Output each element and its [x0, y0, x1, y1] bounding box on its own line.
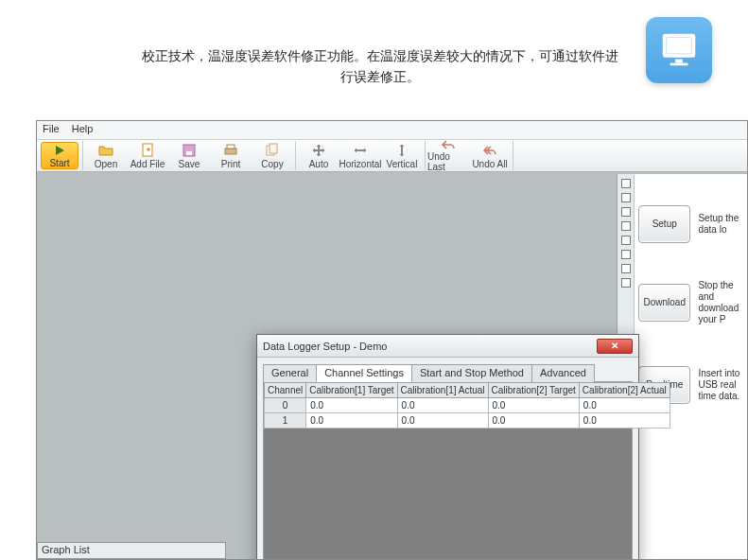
col-cal2-target[interactable]: Calibration[2] Target	[488, 383, 579, 398]
stripe-box[interactable]	[621, 221, 631, 231]
auto-button[interactable]: Auto	[298, 141, 339, 170]
open-button[interactable]: Open	[85, 141, 127, 170]
open-label: Open	[95, 159, 117, 169]
computer-icon	[646, 17, 712, 83]
tab-advanced[interactable]: Advanced	[531, 364, 595, 382]
col-cal1-actual[interactable]: Calibration[1] Actual	[397, 383, 488, 398]
copy-button[interactable]: Copy	[252, 141, 293, 170]
col-cal1-target[interactable]: Calibration[1] Target	[306, 383, 397, 398]
app-window: File Help Start Open Add File Save	[36, 120, 748, 560]
undoall-label: Undo All	[472, 159, 507, 169]
setup-desc: Setup the data lo	[698, 213, 747, 236]
horizontal-button[interactable]: Horizontal	[339, 141, 381, 170]
arrows-cross-icon	[311, 143, 326, 158]
col-cal2-actual[interactable]: Calibration[2] Actual	[579, 383, 670, 398]
save-label: Save	[179, 159, 200, 169]
close-icon: ✕	[611, 341, 618, 351]
stripe-box[interactable]	[621, 193, 631, 202]
toolbar: Start Open Add File Save Print Copy	[37, 140, 747, 172]
cell-cal2a[interactable]: 0.0	[579, 413, 670, 429]
svg-rect-9	[227, 145, 235, 149]
svg-rect-1	[667, 38, 692, 54]
download-button[interactable]: Download	[638, 284, 690, 322]
cell-cal2a[interactable]: 0.0	[579, 398, 670, 413]
undo-icon	[441, 139, 456, 150]
cell-channel[interactable]: 1	[265, 413, 306, 429]
vertical-button[interactable]: Vertical	[381, 141, 423, 170]
stripe-box[interactable]	[621, 236, 631, 245]
start-label: Start	[49, 158, 69, 168]
addfile-button[interactable]: Add File	[127, 141, 168, 170]
play-icon	[52, 143, 67, 157]
cell-channel[interactable]: 0	[265, 398, 306, 413]
arrows-vertical-icon	[394, 143, 409, 158]
svg-rect-8	[225, 149, 236, 154]
menu-file[interactable]: File	[43, 123, 60, 134]
dialog-tabs: General Channel Settings Start and Stop …	[263, 363, 633, 382]
cell-cal1t[interactable]: 0.0	[306, 398, 397, 413]
undo-all-icon	[482, 143, 497, 158]
save-button[interactable]: Save	[168, 141, 210, 170]
graph-list-tab[interactable]: Graph List	[37, 542, 226, 559]
dialog-title: Data Logger Setup - Demo	[263, 341, 597, 352]
add-file-icon	[140, 143, 155, 158]
dialog-titlebar[interactable]: Data Logger Setup - Demo ✕	[257, 335, 638, 358]
svg-rect-11	[270, 144, 277, 153]
undolast-label: Undo Last	[427, 151, 469, 172]
stripe-box[interactable]	[621, 207, 631, 217]
menu-help[interactable]: Help	[72, 123, 94, 134]
description-text: 校正技术，温湿度误差软件修正功能。在温湿度误差较大的情况下，可通过软件进行误差修…	[139, 45, 621, 88]
undoall-button[interactable]: Undo All	[469, 141, 511, 170]
save-icon	[182, 143, 197, 158]
undolast-button[interactable]: Undo Last	[427, 141, 469, 170]
table-row[interactable]: 1 0.0 0.0 0.0 0.0	[265, 413, 670, 429]
copy-label: Copy	[261, 159, 283, 169]
calibration-grid[interactable]: Channel Calibration[1] Target Calibratio…	[264, 382, 632, 429]
setup-button[interactable]: Setup	[638, 205, 690, 243]
print-icon	[223, 143, 238, 158]
col-channel[interactable]: Channel	[265, 383, 306, 398]
copy-icon	[265, 143, 280, 158]
svg-rect-2	[675, 60, 683, 63]
cell-cal1t[interactable]: 0.0	[306, 413, 397, 429]
print-button[interactable]: Print	[210, 141, 252, 170]
horizontal-label: Horizontal	[339, 159, 381, 169]
svg-marker-4	[56, 146, 64, 155]
tab-channel-settings[interactable]: Channel Settings	[316, 364, 412, 382]
stripe-box[interactable]	[621, 250, 631, 259]
tab-start-stop[interactable]: Start and Stop Method	[411, 364, 532, 382]
cell-cal2t[interactable]: 0.0	[488, 413, 579, 429]
tab-panel: Channel Calibration[1] Target Calibratio…	[263, 382, 633, 560]
vertical-label: Vertical	[387, 159, 418, 169]
table-row[interactable]: 0 0.0 0.0 0.0 0.0	[265, 398, 670, 413]
start-button[interactable]: Start	[41, 142, 78, 169]
download-desc: Stop the and download your P	[698, 280, 747, 325]
stripe-box[interactable]	[621, 179, 631, 188]
addfile-label: Add File	[130, 159, 165, 169]
print-label: Print	[221, 159, 241, 169]
svg-rect-3	[670, 62, 687, 65]
tab-general[interactable]: General	[263, 364, 317, 382]
cell-cal2t[interactable]: 0.0	[488, 398, 579, 413]
stripe-box[interactable]	[621, 264, 631, 273]
stripe-box[interactable]	[621, 278, 631, 288]
cell-cal1a[interactable]: 0.0	[397, 398, 488, 413]
cell-cal1a[interactable]: 0.0	[397, 413, 488, 429]
setup-dialog: Data Logger Setup - Demo ✕ General Chann…	[256, 334, 639, 560]
arrows-horizontal-icon	[353, 143, 368, 158]
svg-rect-7	[186, 151, 192, 155]
close-button[interactable]: ✕	[597, 339, 633, 354]
auto-label: Auto	[309, 159, 329, 169]
folder-open-icon	[98, 143, 113, 158]
realtime-desc: Insert into USB real time data.	[698, 368, 747, 402]
menu-bar: File Help	[37, 121, 747, 140]
grid-header-row: Channel Calibration[1] Target Calibratio…	[265, 383, 670, 398]
